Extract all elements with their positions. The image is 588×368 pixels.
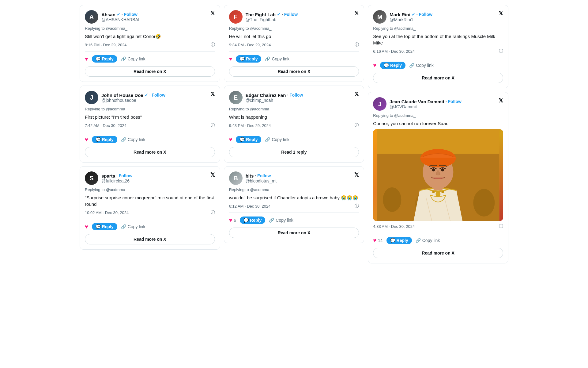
tweet-header: FThe Fight Lab✓Follow@The_FightLab𝕏 (229, 10, 359, 24)
reply-button[interactable]: 💬Reply (92, 55, 117, 63)
info-icon[interactable]: ⓘ (355, 203, 359, 209)
x-icon[interactable]: 𝕏 (354, 171, 359, 178)
svg-point-14 (442, 191, 444, 193)
svg-point-12 (436, 192, 441, 197)
avatar-letter: M (377, 13, 383, 21)
column-1: AAhsan✓Follow@AHSANKHARBAI𝕏Replying to @… (80, 5, 220, 263)
x-icon[interactable]: 𝕏 (210, 171, 215, 178)
heart-button[interactable]: ♥ (229, 56, 232, 62)
avatar-letter: E (234, 94, 238, 101)
reply-button[interactable]: 💬Reply (236, 136, 261, 143)
heart-button[interactable]: ♥ (85, 56, 88, 62)
x-icon[interactable]: 𝕏 (354, 10, 359, 17)
copy-link-button[interactable]: 🔗Copy link (409, 63, 434, 68)
reply-label: Reply (246, 137, 258, 142)
x-icon[interactable]: 𝕏 (354, 91, 359, 98)
copy-link-button[interactable]: 🔗Copy link (416, 238, 440, 243)
replying-to: Replying to @acdmma_ (85, 187, 215, 192)
column-2: FThe Fight Lab✓Follow@The_FightLab𝕏Reply… (224, 5, 364, 263)
reply-label: Reply (102, 137, 114, 142)
verified-icon: ✓ (145, 93, 148, 98)
info-icon[interactable]: ⓘ (211, 210, 215, 215)
svg-point-4 (473, 189, 495, 217)
follow-button[interactable]: Follow (446, 99, 462, 104)
copy-link-label: Copy link (128, 56, 145, 61)
x-icon[interactable]: 𝕏 (499, 97, 503, 104)
heart-button[interactable]: ♥ (229, 136, 232, 143)
follow-button[interactable]: Follow (255, 173, 271, 178)
chain-icon: 🔗 (265, 56, 270, 61)
follow-button[interactable]: Follow (417, 12, 432, 17)
tweet-time-row: 9:16 PM · Dec 29, 2024ⓘ (85, 42, 215, 48)
tweet-time-row: 4:33 AM · Dec 30, 2024ⓘ (373, 224, 503, 229)
reply-button[interactable]: 💬Reply (236, 55, 261, 63)
tweet-grid: AAhsan✓Follow@AHSANKHARBAI𝕏Replying to @… (80, 5, 508, 263)
info-icon[interactable]: ⓘ (499, 224, 503, 229)
copy-link-button[interactable]: 🔗Copy link (121, 56, 145, 61)
heart-button[interactable]: ♥6 (229, 217, 236, 224)
username: blts (246, 173, 254, 178)
read-more-button[interactable]: Read more on X (229, 66, 359, 77)
user-handle: @johnofhousedoe (101, 98, 165, 103)
x-icon[interactable]: 𝕏 (210, 10, 215, 17)
avatar: J (373, 97, 386, 111)
read-more-button[interactable]: Read more on X (373, 73, 503, 83)
reply-button[interactable]: 💬Reply (386, 237, 412, 244)
user-info: bltsFollow@bloodlotus_mt (246, 173, 277, 183)
heart-icon: ♥ (85, 224, 88, 230)
heart-button[interactable]: ♥ (85, 224, 88, 230)
read-more-button[interactable]: Read more on X (373, 248, 503, 258)
reply-label: Reply (397, 238, 408, 243)
copy-link-button[interactable]: 🔗Copy link (265, 56, 289, 61)
user-name-row: Mark Rini✓Follow (390, 12, 432, 17)
copy-link-button[interactable]: 🔗Copy link (265, 137, 289, 142)
follow-button[interactable]: Follow (116, 173, 132, 178)
follow-button[interactable]: Follow (149, 93, 165, 98)
follow-button[interactable]: Follow (282, 12, 298, 17)
read-more-button[interactable]: Read more on X (229, 228, 359, 238)
tweet-user: AAhsan✓Follow@AHSANKHARBAI (85, 10, 139, 24)
follow-button[interactable]: Follow (287, 93, 303, 98)
reply-button[interactable]: 💬Reply (92, 136, 117, 143)
avatar-letter: A (89, 13, 94, 21)
username: Edgar Chairez Fan (246, 93, 286, 98)
reply-button[interactable]: 💬Reply (240, 217, 265, 224)
info-icon[interactable]: ⓘ (355, 123, 359, 128)
heart-count: 14 (378, 238, 383, 243)
actions-row: ♥💬Reply🔗Copy link (85, 55, 215, 63)
chain-icon: 🔗 (121, 137, 126, 142)
heart-icon: ♥ (229, 136, 232, 143)
tweet-card-blts: BbltsFollow@bloodlotus_mt𝕏Replying to @a… (224, 166, 364, 243)
heart-button[interactable]: ♥ (85, 136, 88, 143)
info-icon[interactable]: ⓘ (211, 42, 215, 48)
copy-link-label: Copy link (272, 56, 289, 61)
heart-button[interactable]: ♥14 (373, 237, 383, 244)
user-name-row: Edgar Chairez FanFollow (246, 93, 303, 98)
info-icon[interactable]: ⓘ (499, 48, 503, 54)
follow-button[interactable]: Follow (122, 12, 138, 17)
reply-button[interactable]: 💬Reply (380, 62, 405, 69)
tweet-text: What is happening (229, 114, 359, 120)
info-icon[interactable]: ⓘ (355, 42, 359, 48)
read-more-button[interactable]: Read 1 reply (229, 147, 359, 157)
copy-link-button[interactable]: 🔗Copy link (121, 137, 145, 142)
copy-link-button[interactable]: 🔗Copy link (121, 224, 145, 229)
tweet-time: 9:16 PM · Dec 29, 2024 (85, 43, 127, 47)
read-more-button[interactable]: Read more on X (85, 147, 215, 157)
read-more-button[interactable]: Read more on X (85, 66, 215, 77)
reply-label: Reply (102, 56, 114, 61)
read-more-button[interactable]: Read more on X (85, 234, 215, 244)
x-icon[interactable]: 𝕏 (210, 91, 215, 98)
bubble-icon: 💬 (96, 224, 101, 229)
tweet-header: AAhsan✓Follow@AHSANKHARBAI𝕏 (85, 10, 215, 24)
x-icon[interactable]: 𝕏 (499, 10, 503, 17)
info-icon[interactable]: ⓘ (211, 123, 215, 128)
reply-button[interactable]: 💬Reply (92, 223, 117, 230)
tweet-text: See you at the top of the bottom of the … (373, 33, 503, 46)
user-handle: @The_FightLab (246, 17, 298, 22)
copy-link-button[interactable]: 🔗Copy link (269, 218, 293, 223)
chain-icon: 🔗 (409, 63, 414, 68)
heart-button[interactable]: ♥ (373, 62, 376, 69)
tweet-time: 7:42 AM · Dec 30, 2024 (85, 123, 126, 128)
actions-row: ♥14💬Reply🔗Copy link (373, 237, 503, 244)
